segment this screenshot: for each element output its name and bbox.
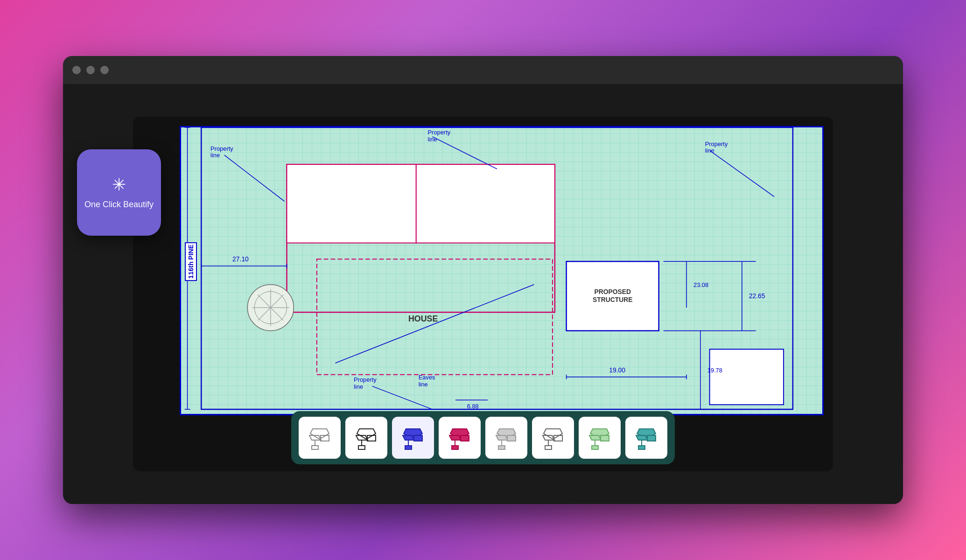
diagram-style-4-button[interactable] [439, 417, 481, 459]
app-badge: ✳ One Click Beautify [77, 149, 161, 236]
svg-text:27.10: 27.10 [232, 255, 249, 263]
diagram-style-5-button[interactable] [485, 417, 527, 459]
svg-text:line: line [428, 136, 437, 143]
svg-rect-73 [461, 435, 469, 441]
svg-rect-80 [498, 446, 505, 449]
svg-rect-9 [287, 164, 416, 243]
cad-svg: 110.00 HOUSE [181, 127, 822, 414]
app-window: ✳ One Click Beautify 110.00 [63, 56, 903, 504]
svg-marker-92 [636, 435, 648, 440]
svg-text:6.88: 6.88 [467, 403, 479, 410]
svg-text:line: line [210, 152, 220, 159]
svg-rect-93 [647, 435, 656, 441]
svg-rect-95 [638, 446, 645, 449]
svg-line-44 [710, 151, 775, 197]
svg-rect-65 [358, 446, 365, 449]
svg-rect-10 [416, 164, 555, 243]
svg-rect-78 [507, 435, 516, 441]
diagram-style-6-button[interactable] [532, 417, 574, 459]
svg-rect-75 [452, 446, 458, 449]
svg-text:19.00: 19.00 [609, 366, 625, 374]
svg-marker-72 [449, 435, 461, 440]
svg-text:line: line [354, 383, 363, 390]
svg-rect-60 [312, 446, 318, 449]
diagram-style-7-button[interactable] [579, 417, 621, 459]
svg-text:STRUCTURE: STRUCTURE [593, 296, 632, 303]
toolbar-bottom [291, 411, 675, 464]
svg-rect-85 [545, 446, 552, 449]
svg-text:Property: Property [210, 145, 233, 152]
svg-text:PROPOSED: PROPOSED [594, 288, 631, 295]
svg-rect-70 [405, 446, 412, 449]
svg-rect-19 [710, 349, 784, 405]
diagram-style-1-button[interactable] [299, 417, 341, 459]
svg-line-47 [372, 386, 433, 410]
svg-text:Property: Property [354, 376, 377, 383]
svg-text:Property: Property [428, 129, 451, 136]
maximize-button[interactable] [100, 66, 109, 74]
svg-text:22.65: 22.65 [749, 292, 765, 300]
app-name: One Click Beautify [84, 199, 154, 210]
svg-text:23.08: 23.08 [693, 281, 708, 288]
cad-drawing: 110.00 HOUSE [180, 126, 824, 415]
svg-marker-87 [589, 435, 601, 440]
svg-marker-67 [403, 435, 414, 440]
svg-text:line: line [705, 147, 714, 154]
svg-text:HOUSE: HOUSE [408, 314, 438, 323]
svg-rect-68 [414, 435, 422, 441]
svg-text:19.78: 19.78 [707, 367, 722, 374]
diagram-style-2-button[interactable] [345, 417, 387, 459]
street-label: 116th PINE [185, 242, 197, 281]
svg-rect-88 [601, 435, 609, 441]
svg-line-13 [335, 285, 534, 363]
minimize-button[interactable] [86, 66, 95, 74]
main-area: 110.00 HOUSE [63, 84, 903, 504]
svg-text:Eaves: Eaves [419, 374, 435, 381]
app-icon: ✳ [112, 175, 126, 195]
close-button[interactable] [72, 66, 81, 74]
titlebar [63, 56, 903, 84]
svg-text:line: line [419, 381, 428, 388]
diagram-style-3-button[interactable] [392, 417, 434, 459]
diagram-style-8-button[interactable] [625, 417, 667, 459]
svg-rect-90 [592, 446, 598, 449]
cad-container: 110.00 HOUSE [133, 117, 833, 471]
svg-line-38 [224, 155, 285, 201]
svg-marker-77 [496, 435, 508, 440]
svg-text:Property: Property [705, 140, 728, 147]
